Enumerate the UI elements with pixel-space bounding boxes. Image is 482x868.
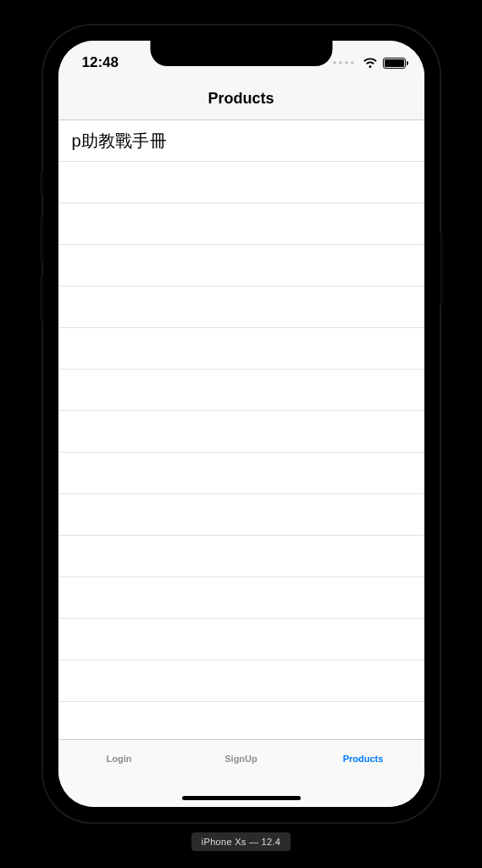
table-row[interactable] [58, 536, 424, 577]
table-row[interactable]: p助教戰手冊 [58, 120, 424, 162]
simulator-label: iPhone Xs — 12.4 [191, 832, 291, 851]
status-time: 12:48 [82, 54, 119, 71]
table-row[interactable] [58, 203, 424, 245]
tab-login[interactable]: Login [58, 754, 180, 764]
battery-icon [383, 58, 406, 69]
navigation-bar: Products [58, 78, 424, 120]
volume-up-button [40, 216, 43, 263]
device-notch [150, 41, 332, 66]
table-row[interactable] [58, 619, 424, 660]
cell-dots-icon [333, 61, 354, 64]
mute-switch [40, 170, 43, 195]
tab-products[interactable]: Products [302, 754, 424, 764]
table-row[interactable] [58, 494, 424, 536]
table-row[interactable] [58, 577, 424, 619]
products-table[interactable]: p助教戰手冊 [58, 120, 424, 739]
status-right [333, 58, 406, 69]
table-row[interactable] [58, 370, 424, 411]
table-row[interactable] [58, 245, 424, 287]
table-row[interactable] [58, 453, 424, 494]
screen: 12:48 Products p助教戰手冊 [58, 41, 424, 807]
table-row[interactable] [58, 660, 424, 702]
table-row[interactable] [58, 328, 424, 370]
home-indicator[interactable] [182, 796, 301, 800]
tab-signup[interactable]: SignUp [180, 754, 302, 764]
volume-down-button [40, 275, 43, 322]
table-row[interactable] [58, 162, 424, 203]
page-title: Products [208, 90, 274, 108]
row-label: p助教戰手冊 [72, 130, 167, 153]
wifi-icon [363, 58, 378, 69]
table-row[interactable] [58, 287, 424, 328]
device-frame: 12:48 Products p助教戰手冊 [43, 25, 440, 822]
power-button [440, 233, 443, 305]
table-row[interactable] [58, 411, 424, 453]
